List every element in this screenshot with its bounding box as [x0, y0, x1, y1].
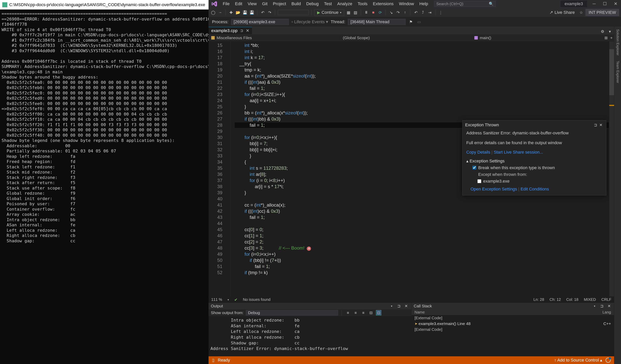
- redo-icon[interactable]: ↷: [267, 10, 272, 15]
- popup-close-icon[interactable]: ✕: [598, 122, 604, 128]
- menu-view[interactable]: View: [245, 0, 259, 8]
- fold-column[interactable]: [226, 41, 231, 296]
- tabs-gear-icon[interactable]: ⚙: [600, 29, 605, 34]
- tool-icon-1[interactable]: ▦: [346, 10, 351, 15]
- editor-scrollbar[interactable]: [609, 41, 614, 296]
- ch-text[interactable]: Ch: 12: [550, 297, 561, 302]
- panel-dropdown-icon[interactable]: ▾: [389, 303, 394, 309]
- code-editor[interactable]: 1516171819202122232425262728293031323334…: [208, 41, 614, 296]
- out-tool-1[interactable]: ≡: [345, 310, 351, 316]
- except-module-check[interactable]: example3.exe: [477, 178, 602, 185]
- nav-fwd-icon[interactable]: →: [217, 10, 223, 15]
- menu-debug[interactable]: Debug: [304, 0, 321, 8]
- continue-button[interactable]: ▶ Continue ▾: [314, 9, 344, 16]
- menu-window[interactable]: Window: [396, 0, 417, 8]
- close-tab-icon[interactable]: ✕: [246, 28, 249, 33]
- nav-plus-icon[interactable]: ＋: [609, 35, 614, 41]
- tool-icon-2[interactable]: ▧: [353, 10, 358, 15]
- thread-select[interactable]: [36468] Main Thread: [348, 19, 406, 25]
- menu-tools[interactable]: Tools: [355, 0, 370, 8]
- menu-file[interactable]: File: [220, 0, 232, 8]
- add-source-control[interactable]: ↑ Add to Source Control ▴: [554, 358, 602, 363]
- feedback-icon[interactable]: ☆: [579, 10, 584, 15]
- col-text[interactable]: Col: 18: [566, 297, 578, 302]
- maximize-button[interactable]: ☐: [600, 0, 610, 8]
- live-share-button[interactable]: ↗ Live Share: [547, 10, 577, 15]
- menu-edit[interactable]: Edit: [232, 0, 245, 8]
- menu-analyze[interactable]: Analyze: [334, 0, 355, 8]
- open-file-icon[interactable]: 📂: [235, 10, 241, 15]
- tabs-overflow-icon[interactable]: ▾: [607, 29, 613, 34]
- nav-project[interactable]: Miscellaneous Files: [208, 35, 340, 40]
- team-explorer-tab[interactable]: Team Explorer: [616, 61, 620, 83]
- save-all-icon[interactable]: 💾: [249, 10, 255, 15]
- menu-build[interactable]: Build: [289, 0, 304, 8]
- stackframe-icon[interactable]: ▭: [416, 19, 422, 25]
- out-tool-4[interactable]: ⊟: [368, 310, 374, 316]
- lifecycle-label[interactable]: ▫ Lifecycle Events ▾: [292, 19, 328, 24]
- new-file-icon[interactable]: ✚: [228, 10, 234, 15]
- output-source-select[interactable]: Debug: [246, 310, 338, 316]
- callstack-row[interactable]: [External Code]: [412, 315, 614, 321]
- step-over-icon[interactable]: ↷: [395, 10, 401, 15]
- quick-search[interactable]: Search (Ctrl+Q) 🔍: [434, 1, 496, 7]
- exception-settings-header[interactable]: ▴ Exception Settings: [466, 158, 602, 164]
- callstack-row[interactable]: ➤example3.exe!main() Line 48C++: [412, 321, 614, 327]
- menu-git[interactable]: Git: [259, 0, 270, 8]
- console-titlebar[interactable]: C:\MSDN\cpp-docs-pr\docs\c-language\ASAN…: [0, 0, 208, 10]
- panel-pin-icon[interactable]: ⊐: [599, 303, 604, 309]
- mixed-text[interactable]: MIXED: [584, 297, 596, 302]
- nav-back-icon[interactable]: ◯: [210, 10, 216, 15]
- dropdown-icon[interactable]: ▾: [227, 298, 229, 301]
- pause-icon[interactable]: ⏸: [364, 10, 369, 15]
- solution-name[interactable]: example3: [560, 0, 587, 7]
- ln-text[interactable]: Ln: 28: [534, 297, 544, 302]
- cs-col-lang[interactable]: Lang: [603, 310, 611, 315]
- tool-icon-5[interactable]: ⋮: [438, 10, 443, 15]
- panel-close-icon[interactable]: ✕: [606, 303, 612, 309]
- step-into-icon[interactable]: ↘: [388, 10, 394, 15]
- open-exception-settings-link[interactable]: Open Exception Settings: [470, 187, 517, 191]
- crlf-text[interactable]: CRLF: [601, 297, 611, 302]
- undo-icon[interactable]: ↶: [260, 10, 265, 15]
- save-icon[interactable]: 💾: [242, 10, 248, 15]
- menu-test[interactable]: Test: [321, 0, 334, 8]
- menu-help[interactable]: Help: [417, 0, 431, 8]
- copy-details-link[interactable]: Copy Details: [466, 150, 490, 155]
- minimize-button[interactable]: ─: [589, 0, 600, 8]
- output-text[interactable]: Intra object redzone: bb ASan internal: …: [208, 316, 411, 356]
- out-tool-5[interactable]: ⊡: [376, 310, 381, 316]
- panel-pin-icon[interactable]: ⊐: [396, 303, 402, 309]
- panel-dropdown-icon[interactable]: ▾: [592, 303, 597, 309]
- config-dropdown[interactable]: [278, 10, 309, 15]
- restart-icon[interactable]: ⟳: [378, 10, 383, 15]
- flag-icon[interactable]: ⚑: [408, 19, 414, 25]
- step-back-icon[interactable]: ↶: [413, 10, 419, 15]
- stop-icon[interactable]: ■: [371, 10, 376, 15]
- nav-member[interactable]: main(): [472, 35, 603, 40]
- menu-extensions[interactable]: Extensions: [370, 0, 396, 8]
- tool-icon-3[interactable]: ⤴: [420, 10, 426, 15]
- file-tab-active[interactable]: example3.cpp ⊐ ✕: [208, 27, 252, 34]
- popup-pin-icon[interactable]: ⊐: [593, 122, 598, 128]
- edit-conditions-link[interactable]: Edit Conditions: [520, 187, 549, 191]
- split-icon[interactable]: ⊞: [603, 35, 609, 41]
- pin-icon[interactable]: ⊐: [240, 29, 243, 33]
- out-tool-2[interactable]: ≡: [353, 310, 358, 316]
- menu-project[interactable]: Project: [270, 0, 289, 8]
- out-tool-3[interactable]: ≡: [361, 310, 366, 316]
- cs-col-name[interactable]: Name: [414, 310, 425, 315]
- zoom-level[interactable]: 111 %: [211, 297, 222, 302]
- scroll-thumb[interactable]: [609, 49, 614, 95]
- vs-logo-icon[interactable]: [211, 0, 218, 7]
- issues-text[interactable]: No issues found: [243, 297, 270, 302]
- callstack-row[interactable]: [External Code]: [412, 327, 614, 332]
- process-select[interactable]: [26908] example3.exe: [231, 19, 289, 25]
- nav-scope[interactable]: (Global Scope): [340, 35, 472, 40]
- panel-close-icon[interactable]: ✕: [404, 303, 409, 309]
- break-on-exception-check[interactable]: Break when this exception type is thrown: [472, 164, 602, 171]
- tool-icon-4[interactable]: ⇥: [427, 10, 432, 15]
- solution-explorer-tab[interactable]: Solution Explorer: [616, 29, 620, 55]
- close-button[interactable]: ✕: [610, 0, 621, 8]
- console-output[interactable]: ========================================…: [0, 10, 208, 364]
